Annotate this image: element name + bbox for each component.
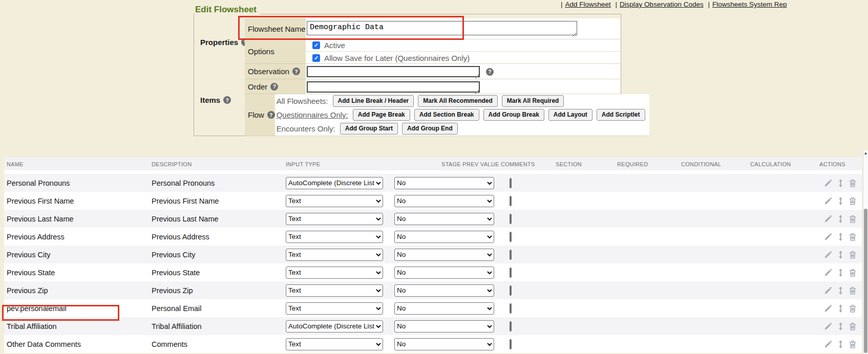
input-type-select[interactable]: Text [286,231,383,243]
input-type-select[interactable]: Text [286,267,383,279]
stage-prev-value-select[interactable]: No [394,195,494,207]
delete-trash-icon[interactable] [849,233,856,241]
nav-link-flowsheets-system-report[interactable]: Flowsheets System Rep [712,1,787,8]
flow-button-add-page-break[interactable]: Add Page Break [353,109,410,121]
flow-button-add-group-start[interactable]: Add Group Start [340,123,398,135]
input-type-select[interactable]: Text [286,249,383,261]
reorder-up-down-icon[interactable] [838,197,843,205]
allow-save-checkbox-label: Allow Save for Later (Questionnaires Onl… [324,54,470,62]
flow-group-all-flowsheets: All Flowsheets: Add Line Break / HeaderM… [275,94,649,108]
delete-trash-icon[interactable] [849,304,856,313]
reorder-up-down-icon[interactable] [838,251,843,259]
edit-pencil-icon[interactable] [824,251,832,259]
comments-checkbox[interactable] [510,178,512,188]
reorder-up-down-icon[interactable] [838,304,843,313]
edit-pencil-icon[interactable] [824,215,832,223]
comments-checkbox[interactable] [510,285,512,296]
delete-trash-icon[interactable] [849,197,856,205]
items-section-label: Items ? [200,96,231,104]
flow-button-add-group-end[interactable]: Add Group End [402,123,458,135]
table-row: pev.personalemail Personal Email Text No [4,299,862,317]
nav-link-display-observation-codes[interactable]: Display Observation Codes [620,1,704,8]
help-icon[interactable]: ? [270,83,278,91]
stage-prev-value-select[interactable]: No [394,249,494,261]
input-type-select[interactable]: AutoComplete (Discrete List) [286,320,383,333]
flow-button-add-scriptlet[interactable]: Add Scriptlet [597,109,645,121]
input-type-select[interactable]: Text [286,302,383,315]
stage-prev-value-select[interactable]: No [394,338,494,350]
table-row: Other Data Comments Comments Text No [4,335,862,353]
reorder-up-down-icon[interactable] [838,215,843,223]
comments-checkbox[interactable] [510,214,512,224]
help-icon[interactable]: ? [486,68,494,76]
input-type-select[interactable]: Text [286,284,383,297]
flowsheet-items-table-body: Personal Pronouns Personal Pronouns Auto… [4,174,862,353]
comments-checkbox[interactable] [510,339,512,349]
help-icon[interactable]: ? [292,68,300,75]
flow-button-mark-all-required[interactable]: Mark All Required [502,95,564,107]
edit-pencil-icon[interactable] [824,233,832,241]
item-name: Previous State [7,269,55,277]
comments-checkbox[interactable] [510,321,512,331]
edit-pencil-icon[interactable] [824,340,832,348]
stage-prev-value-select[interactable]: No [394,231,494,243]
delete-trash-icon[interactable] [849,340,856,348]
comments-checkbox[interactable] [510,250,512,260]
scrollbar-thumb[interactable] [864,209,867,353]
comments-checkbox[interactable] [510,196,512,206]
delete-trash-icon[interactable] [849,179,856,187]
edit-pencil-icon[interactable] [824,269,832,277]
flow-button-mark-all-recommended[interactable]: Mark All Recommended [418,95,498,107]
flow-button-add-group-break[interactable]: Add Group Break [483,109,544,121]
flow-button-add-section-break[interactable]: Add Section Break [414,109,479,121]
scrollbar-up-arrow-icon[interactable]: ▲ [863,151,868,156]
nav-link-add-flowsheet[interactable]: Add Flowsheet [565,1,611,8]
column-header-comments: COMMENTS [501,161,556,167]
order-input[interactable] [307,81,480,93]
input-type-select[interactable]: AutoComplete (Discrete List) [286,177,383,189]
comments-checkbox[interactable] [510,232,512,242]
flowsheet-name-input[interactable]: Demographic Data [307,21,577,35]
delete-trash-icon[interactable] [849,251,856,259]
delete-trash-icon[interactable] [849,322,856,330]
stage-prev-value-select[interactable]: No [394,177,494,189]
column-header-stage-prev-value: STAGE PREV VALUE [394,161,501,167]
flow-button-add-line-break-header[interactable]: Add Line Break / Header [333,95,414,107]
edit-pencil-icon[interactable] [824,322,832,330]
reorder-up-down-icon[interactable] [838,179,843,187]
stage-prev-value-select[interactable]: No [394,213,494,225]
input-type-select[interactable]: Text [286,338,383,350]
reorder-up-down-icon[interactable] [838,233,843,241]
reorder-up-down-icon[interactable] [838,286,843,295]
stage-prev-value-select[interactable]: No [394,267,494,279]
stage-prev-value-select[interactable]: No [394,302,494,315]
vertical-scrollbar[interactable]: ▲ [863,150,868,354]
stage-prev-value-select[interactable]: No [394,284,494,297]
active-checkbox[interactable]: ✓ [312,41,320,49]
observation-row: Observation ? ? [245,64,621,79]
input-type-select[interactable]: Text [286,195,383,207]
reorder-up-down-icon[interactable] [838,269,843,277]
questionnaires-only-label: Questionnaires Only: [277,110,348,119]
edit-pencil-icon[interactable] [824,304,832,313]
edit-pencil-icon[interactable] [824,286,832,295]
edit-pencil-icon[interactable] [824,197,832,205]
help-icon[interactable]: ? [223,96,231,104]
observation-input[interactable] [307,66,480,77]
stage-prev-value-select[interactable]: No [394,320,494,333]
allow-save-checkbox[interactable]: ✓ [312,54,320,62]
help-icon[interactable]: ? [267,111,275,119]
reorder-up-down-icon[interactable] [838,322,843,330]
properties-label-text: Properties [200,38,238,47]
comments-checkbox[interactable] [510,268,512,278]
edit-flowsheet-form: Edit Flowsheet Properties ? Items ? Flow… [194,14,621,136]
edit-pencil-icon[interactable] [824,179,832,187]
delete-trash-icon[interactable] [849,215,856,223]
delete-trash-icon[interactable] [849,269,856,277]
comments-checkbox[interactable] [510,303,512,314]
delete-trash-icon[interactable] [849,286,856,295]
flowsheet-items-table: NAME DESCRIPTION INPUT TYPE STAGE PREV V… [4,158,862,353]
flow-button-add-layout[interactable]: Add Layout [548,109,592,121]
reorder-up-down-icon[interactable] [838,340,843,348]
input-type-select[interactable]: Text [286,213,383,225]
